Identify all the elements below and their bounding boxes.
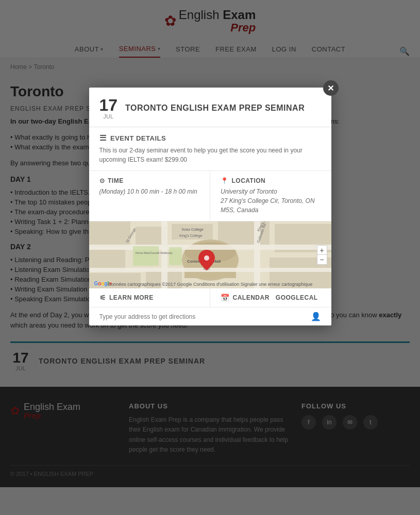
modal: ✕ 17 JUL TORONTO ENGLISH EXAM PREP SEMIN… [89, 88, 331, 325]
svg-rect-1 [89, 221, 130, 247]
calendar-icon: 📅 [221, 294, 230, 302]
modal-date-num: 17 [99, 97, 118, 113]
modal-directions: 👤 [89, 307, 331, 325]
location-heading: 📍 LOCATION [221, 177, 321, 184]
modal-time-location: ⊙ TIME (Monday) 10 h 00 min - 18 h 00 mi… [89, 171, 331, 221]
svg-text:Knox College: Knox College [182, 228, 204, 232]
map-zoom-controls: + − [317, 245, 327, 265]
person-icon: 👤 [311, 312, 321, 321]
svg-rect-13 [161, 221, 167, 288]
calendar-button[interactable]: 📅 CALENDAR GOOGLECAL [210, 288, 331, 307]
modal-close-button[interactable]: ✕ [323, 80, 339, 96]
location-text: University of Toronto27 King's College C… [221, 187, 321, 215]
modal-time-col: ⊙ TIME (Monday) 10 h 00 min - 18 h 00 mi… [89, 171, 211, 221]
time-text: (Monday) 10 h 00 min - 18 h 00 min [99, 187, 200, 196]
link-icon: ⚟ [99, 294, 107, 302]
modal-location-col: 📍 LOCATION University of Toronto27 King'… [210, 171, 331, 221]
modal-title: TORONTO ENGLISH EXAM PREP SEMINAR [125, 104, 305, 113]
location-icon: 📍 [221, 177, 229, 184]
map-zoom-out[interactable]: − [317, 255, 327, 264]
svg-text:Nona MacDonald Walkway: Nona MacDonald Walkway [136, 251, 173, 254]
time-heading: ⊙ TIME [99, 177, 200, 184]
learn-more-button[interactable]: ⚟ LEARN MORE [89, 288, 211, 307]
svg-rect-18 [169, 247, 182, 265]
svg-text:King's College: King's College [179, 234, 203, 238]
modal-overlay[interactable]: ✕ 17 JUL TORONTO ENGLISH EXAM PREP SEMIN… [0, 0, 420, 515]
svg-rect-16 [89, 268, 331, 272]
directions-input[interactable] [99, 313, 307, 320]
svg-point-27 [204, 255, 209, 261]
svg-rect-15 [89, 245, 331, 250]
svg-rect-2 [89, 250, 125, 270]
clock-icon: ⊙ [99, 177, 105, 184]
modal-header: 17 JUL TORONTO ENGLISH EXAM PREP SEMINAR [89, 88, 331, 127]
map-credit: Données cartographiques ©2017 Google Con… [108, 282, 313, 287]
event-details-text: This is our 2-day seminar event to help … [99, 146, 321, 164]
modal-event-details: ☰ EVENT DETAILS This is our 2-day semina… [89, 127, 331, 171]
modal-actions: ⚟ LEARN MORE 📅 CALENDAR GOOGLECAL [89, 288, 331, 307]
map-zoom-in[interactable]: + [317, 246, 327, 255]
map-svg: St George King's College Galbraith Rd Ki… [89, 221, 331, 288]
svg-rect-17 [133, 246, 159, 266]
list-icon: ☰ [99, 133, 107, 143]
modal-map: St George King's College Galbraith Rd Ki… [89, 221, 331, 288]
modal-date-badge: 17 JUL [99, 97, 118, 119]
event-details-heading: ☰ EVENT DETAILS [99, 133, 321, 143]
